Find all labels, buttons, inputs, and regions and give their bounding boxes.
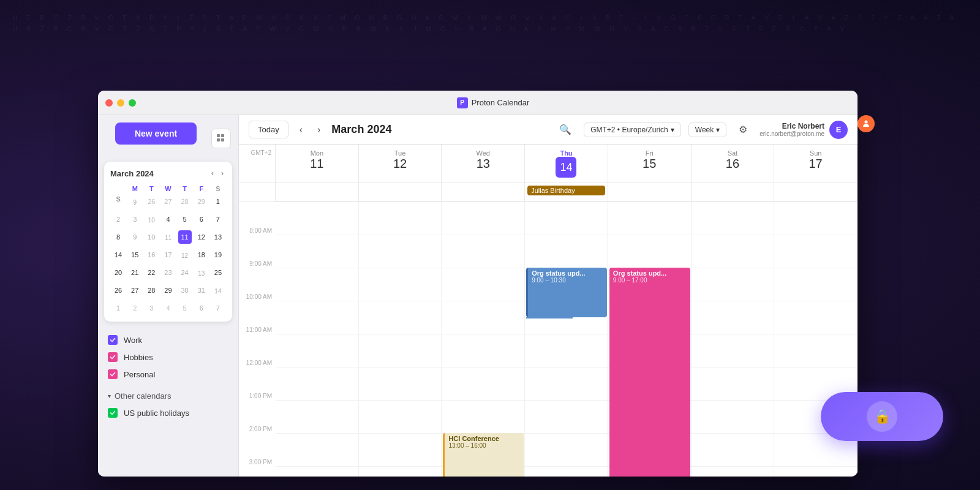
vpn-bubble[interactable]: 🔒 bbox=[821, 392, 943, 441]
mini-day-17[interactable]: 17 bbox=[161, 248, 175, 262]
cell-thu-1200[interactable] bbox=[525, 367, 608, 400]
cell-wed-800[interactable] bbox=[442, 235, 525, 268]
week-view-selector[interactable]: Week ▾ bbox=[688, 123, 726, 137]
cell-sun-1500[interactable] bbox=[774, 466, 858, 477]
timezone-selector[interactable]: GMT+2 • Europe/Zurich ▾ bbox=[584, 123, 681, 137]
other-calendars-header[interactable]: ▾ Other calendars bbox=[108, 388, 228, 404]
mini-day-1[interactable]: 1 bbox=[211, 195, 225, 208]
mini-day-19[interactable]: 19 bbox=[211, 248, 225, 262]
close-button[interactable] bbox=[105, 99, 113, 107]
mini-day-8[interactable]: 8 bbox=[111, 230, 125, 244]
cell-mon-700[interactable] bbox=[276, 202, 359, 235]
mini-day-3[interactable]: 3 bbox=[128, 213, 141, 226]
cell-mon-1500[interactable] bbox=[276, 466, 359, 477]
mini-day-4b[interactable]: 4 bbox=[161, 301, 175, 315]
mini-day-31[interactable]: 31 bbox=[195, 284, 208, 297]
cell-mon-1300[interactable] bbox=[276, 400, 359, 433]
cell-sun-1100[interactable] bbox=[774, 334, 858, 367]
mini-day-28[interactable]: 28 bbox=[178, 195, 192, 208]
cell-wed-1100[interactable] bbox=[442, 334, 525, 367]
calendar-us-holidays[interactable]: US public holidays bbox=[108, 404, 228, 421]
cell-sun-900[interactable] bbox=[774, 268, 858, 301]
next-button[interactable]: › bbox=[314, 122, 324, 138]
mini-day-27[interactable]: 27 bbox=[161, 195, 175, 208]
mini-day-18[interactable]: 18 bbox=[195, 248, 208, 262]
settings-button[interactable]: ⚙ bbox=[734, 121, 752, 138]
cell-thu-1400[interactable] bbox=[525, 433, 608, 466]
mini-day-1b[interactable]: 1 bbox=[111, 301, 125, 315]
cell-mon-1400[interactable] bbox=[276, 433, 359, 466]
cell-tue-900[interactable] bbox=[359, 268, 442, 301]
cell-wed-1300[interactable] bbox=[442, 400, 525, 433]
cell-thu-1500[interactable] bbox=[525, 466, 608, 477]
mini-day-26[interactable]: 26 bbox=[145, 195, 158, 208]
time-grid[interactable]: 7:00 AM 8:00 AM bbox=[239, 202, 858, 477]
day-header-fri[interactable]: Fri 15 bbox=[608, 145, 692, 183]
cell-sat-1500[interactable] bbox=[692, 466, 775, 477]
mini-day-9[interactable]: 9 bbox=[128, 230, 141, 244]
cell-wed-700[interactable] bbox=[442, 202, 525, 235]
mini-day-10[interactable]: 10 bbox=[145, 230, 158, 244]
cell-mon-1200[interactable] bbox=[276, 367, 359, 400]
mini-day-21[interactable]: 21 bbox=[128, 266, 141, 279]
birthday-event[interactable]: Julias Birthday bbox=[527, 186, 605, 195]
cell-sun-800[interactable] bbox=[774, 235, 858, 268]
today-button[interactable]: Today bbox=[249, 121, 288, 138]
cell-tue-1500[interactable] bbox=[359, 466, 442, 477]
cell-sat-800[interactable] bbox=[692, 235, 775, 268]
mini-day-15[interactable]: 15 bbox=[128, 248, 141, 262]
calendar-hobbies[interactable]: Hobbies bbox=[108, 349, 228, 366]
mini-day-23[interactable]: 23 bbox=[161, 266, 175, 279]
mini-day-24[interactable]: 24 bbox=[178, 266, 192, 279]
mini-day-29[interactable]: 29 bbox=[195, 195, 208, 208]
day-header-thu[interactable]: Thu 14 bbox=[525, 145, 608, 183]
prev-button[interactable]: ‹ bbox=[296, 122, 306, 138]
cell-thu-800[interactable] bbox=[525, 235, 608, 268]
day-header-sun[interactable]: Sun 17 bbox=[774, 145, 858, 183]
day-header-tue[interactable]: Tue 12 bbox=[359, 145, 442, 183]
cell-sat-1400[interactable] bbox=[692, 433, 775, 466]
mini-day-2b[interactable]: 2 bbox=[128, 301, 141, 315]
cell-thu-1300[interactable] bbox=[525, 400, 608, 433]
cell-wed-1200[interactable] bbox=[442, 367, 525, 400]
cell-tue-1100[interactable] bbox=[359, 334, 442, 367]
maximize-button[interactable] bbox=[129, 99, 136, 107]
mini-day-7b[interactable]: 7 bbox=[211, 301, 225, 315]
mini-day-6[interactable]: 6 bbox=[195, 213, 208, 226]
cell-fri-700[interactable] bbox=[608, 202, 692, 235]
org-status-fri-event[interactable]: Org status upd... 9:00 – 17:00 bbox=[609, 268, 690, 477]
cell-sat-1200[interactable] bbox=[692, 367, 775, 400]
mini-day-3b[interactable]: 3 bbox=[145, 301, 158, 315]
cell-tue-700[interactable] bbox=[359, 202, 442, 235]
cell-tue-1000[interactable] bbox=[359, 301, 442, 334]
mini-day-14[interactable]: 14 bbox=[111, 248, 125, 262]
mini-day-11-today[interactable]: 11 bbox=[178, 230, 192, 244]
mini-day-26m[interactable]: 26 bbox=[111, 284, 125, 297]
mini-day-27m[interactable]: 27 bbox=[128, 284, 141, 297]
cell-tue-1300[interactable] bbox=[359, 400, 442, 433]
cell-mon-800[interactable] bbox=[276, 235, 359, 268]
mini-day-5b[interactable]: 5 bbox=[178, 301, 192, 315]
cell-sat-1100[interactable] bbox=[692, 334, 775, 367]
calendar-work[interactable]: Work bbox=[108, 331, 228, 349]
cell-sat-900[interactable] bbox=[692, 268, 775, 301]
day-header-sat[interactable]: Sat 16 bbox=[692, 145, 775, 183]
new-event-button[interactable]: New event bbox=[115, 123, 197, 145]
cell-tue-800[interactable] bbox=[359, 235, 442, 268]
personal-checkbox[interactable] bbox=[108, 369, 118, 379]
mini-day-28m[interactable]: 28 bbox=[145, 284, 158, 297]
cell-wed-900[interactable] bbox=[442, 268, 525, 301]
mini-day-22[interactable]: 22 bbox=[145, 266, 158, 279]
cell-sun-1000[interactable] bbox=[774, 301, 858, 334]
mini-day-5[interactable]: 5 bbox=[178, 213, 192, 226]
cell-sat-1000[interactable] bbox=[692, 301, 775, 334]
mini-day-20[interactable]: 20 bbox=[111, 266, 125, 279]
cell-tue-1400[interactable] bbox=[359, 433, 442, 466]
cell-sat-700[interactable] bbox=[692, 202, 775, 235]
mini-day-12[interactable]: 12 bbox=[195, 230, 208, 244]
work-checkbox[interactable] bbox=[108, 335, 118, 345]
mini-day-25[interactable]: 25 bbox=[211, 266, 225, 279]
hobbies-checkbox[interactable] bbox=[108, 352, 118, 362]
cell-mon-1100[interactable] bbox=[276, 334, 359, 367]
hci-conference-event[interactable]: HCI Conference 13:00 – 16:00 bbox=[443, 433, 524, 477]
